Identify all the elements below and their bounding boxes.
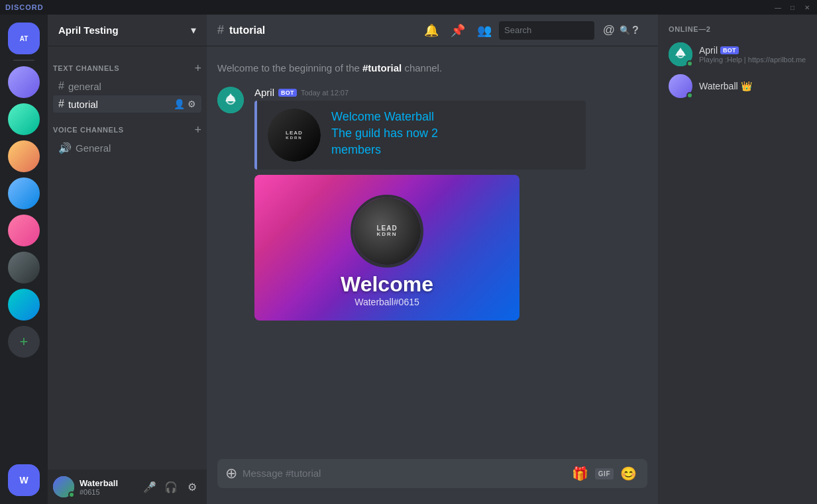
server-name: April Testing bbox=[58, 25, 119, 36]
microphone-button[interactable]: 🎤 bbox=[140, 478, 159, 496]
member-name-waterball: Waterball 👑 bbox=[699, 81, 806, 91]
member-avatar-april bbox=[669, 42, 692, 66]
server-icon-2[interactable] bbox=[8, 103, 40, 135]
voice-channels-category: VOICE CHANNELS + bbox=[48, 113, 207, 138]
inbox-button[interactable]: @ bbox=[597, 19, 621, 42]
user-controls: 🎤 🎧 ⚙ bbox=[140, 478, 201, 496]
user-tag: #0615 bbox=[80, 488, 135, 496]
channel-item-tutorial[interactable]: # tutorial 👤 ⚙ bbox=[53, 95, 201, 113]
pinned-messages-button[interactable]: 📌 bbox=[446, 19, 470, 42]
message-group: April BOT Today at 12:07 LEAD bbox=[207, 84, 658, 323]
add-voice-channel-button[interactable]: + bbox=[194, 124, 201, 136]
app-logo: DISCORD bbox=[5, 3, 44, 11]
gif-button[interactable]: GIF bbox=[595, 468, 614, 479]
speaker-icon: 🔊 bbox=[58, 142, 72, 154]
embed-thumbnail: LEAD KDRN bbox=[268, 109, 321, 162]
member-avatar-waterball bbox=[669, 74, 692, 98]
invite-channel-button[interactable]: 👤 bbox=[174, 99, 185, 109]
member-name-april: April BOT bbox=[699, 45, 806, 56]
channel-name-general: general bbox=[68, 81, 101, 92]
channel-item-voice-general[interactable]: 🔊 General bbox=[53, 139, 201, 157]
server-sidebar: AT + W bbox=[0, 15, 48, 504]
server-icon-active-bottom[interactable]: W bbox=[8, 464, 40, 496]
hash-icon: # bbox=[58, 80, 64, 92]
window-controls[interactable]: — □ ✕ bbox=[773, 3, 812, 12]
embed-line3: members bbox=[331, 142, 438, 158]
add-attachment-button[interactable]: ⊕ bbox=[225, 465, 237, 482]
server-icon-5[interactable] bbox=[8, 215, 40, 246]
channel-welcome-message: Welcome to the beginning of the #tutoria… bbox=[207, 57, 658, 84]
server-icon-7[interactable] bbox=[8, 289, 40, 321]
server-header[interactable]: April Testing ▾ bbox=[48, 15, 207, 46]
server-icon-3[interactable] bbox=[8, 140, 40, 172]
members-list-button[interactable]: 👥 bbox=[472, 19, 496, 42]
embed-line2: The guild has now 2 bbox=[331, 125, 438, 142]
member-info-waterball: Waterball 👑 bbox=[699, 81, 806, 91]
member-status-waterball bbox=[686, 92, 693, 99]
gift-button[interactable]: 🎁 bbox=[569, 463, 591, 484]
notifications-button[interactable]: 🔔 bbox=[419, 19, 443, 42]
voice-channel-name-general: General bbox=[76, 142, 111, 154]
settings-button[interactable]: ⚙ bbox=[183, 478, 201, 496]
topbar-channel-name: tutorial bbox=[229, 25, 265, 36]
member-info-april: April BOT Playing :Help | https://aprilb… bbox=[699, 45, 806, 64]
user-name: Waterball bbox=[80, 478, 135, 488]
embed-line1: Welcome Waterball bbox=[331, 109, 438, 125]
welcome-card-avatar: LEAD KDRN bbox=[351, 195, 423, 268]
message-input-area: ⊕ 🎁 GIF 😊 bbox=[207, 459, 658, 504]
channel-sidebar: April Testing ▾ TEXT CHANNELS + # genera… bbox=[48, 15, 207, 504]
search-bar[interactable]: 🔍 bbox=[499, 21, 594, 40]
topbar: # tutorial 🔔 📌 👥 🔍 @ ? bbox=[207, 15, 658, 46]
minimize-button[interactable]: — bbox=[773, 3, 783, 12]
embed-container: LEAD KDRN Welcome Waterball The guild ha… bbox=[254, 101, 586, 170]
member-bot-badge: BOT bbox=[720, 46, 739, 54]
maximize-button[interactable]: □ bbox=[788, 3, 797, 12]
text-channels-label: TEXT CHANNELS bbox=[53, 64, 119, 72]
topbar-hash-icon: # bbox=[217, 23, 224, 37]
channel-name-tutorial: tutorial bbox=[68, 99, 98, 110]
input-actions: 🎁 GIF 😊 bbox=[569, 463, 639, 484]
channel-actions: 👤 ⚙ bbox=[174, 99, 196, 109]
server-icon-4[interactable] bbox=[8, 177, 40, 209]
emoji-button[interactable]: 😊 bbox=[618, 463, 639, 484]
hash-icon-tutorial: # bbox=[58, 98, 64, 110]
member-item-waterball[interactable]: Waterball 👑 bbox=[663, 70, 812, 102]
welcome-card: LEAD KDRN Welcome Waterball#0615 bbox=[254, 175, 519, 321]
help-button[interactable]: ? bbox=[624, 19, 647, 42]
server-icon-6[interactable] bbox=[8, 252, 40, 283]
server-icon-1[interactable] bbox=[8, 66, 40, 98]
members-section-label: ONLINE—2 bbox=[663, 25, 812, 33]
user-area: Waterball #0615 🎤 🎧 ⚙ bbox=[48, 470, 207, 504]
close-button[interactable]: ✕ bbox=[802, 3, 812, 12]
titlebar: DISCORD — □ ✕ bbox=[0, 0, 817, 15]
user-avatar bbox=[53, 476, 74, 497]
welcome-card-title: Welcome bbox=[341, 272, 433, 297]
add-text-channel-button[interactable]: + bbox=[194, 62, 201, 74]
settings-channel-button[interactable]: ⚙ bbox=[188, 99, 196, 109]
member-activity-april: Playing :Help | https://aprilbot.me bbox=[699, 56, 806, 64]
chevron-down-icon: ▾ bbox=[191, 24, 196, 36]
messages-area: Welcome to the beginning of the #tutoria… bbox=[207, 46, 658, 459]
headphones-button[interactable]: 🎧 bbox=[162, 478, 180, 496]
user-info: Waterball #0615 bbox=[80, 478, 135, 496]
member-status-april bbox=[686, 60, 693, 67]
server-icon-add[interactable]: + bbox=[8, 326, 40, 358]
voice-channels-label: VOICE CHANNELS bbox=[53, 126, 124, 134]
message-header: April BOT Today at 12:07 bbox=[254, 87, 647, 98]
member-item-april[interactable]: April BOT Playing :Help | https://aprilb… bbox=[663, 38, 812, 70]
server-icon-0[interactable]: AT bbox=[8, 23, 40, 54]
main-content: # tutorial 🔔 📌 👥 🔍 @ ? Welcome to the be… bbox=[207, 15, 658, 504]
text-channels-category: TEXT CHANNELS + bbox=[48, 52, 207, 77]
message-input-bar: ⊕ 🎁 GIF 😊 bbox=[217, 459, 647, 488]
members-sidebar: ONLINE—2 April BOT Playing :Help | bbox=[658, 15, 817, 504]
embed-text: Welcome Waterball The guild has now 2 me… bbox=[331, 109, 438, 162]
user-status-indicator bbox=[68, 491, 75, 498]
bot-badge: BOT bbox=[278, 89, 297, 97]
message-timestamp: Today at 12:07 bbox=[301, 89, 349, 97]
message-input[interactable] bbox=[243, 467, 569, 481]
channel-list: TEXT CHANNELS + # general # tutorial 👤 ⚙… bbox=[48, 46, 207, 470]
message-author-name: April bbox=[254, 87, 274, 98]
channel-item-general[interactable]: # general bbox=[53, 77, 201, 95]
message-content: April BOT Today at 12:07 LEAD bbox=[254, 87, 647, 321]
welcome-card-subtitle: Waterball#0615 bbox=[354, 297, 419, 307]
